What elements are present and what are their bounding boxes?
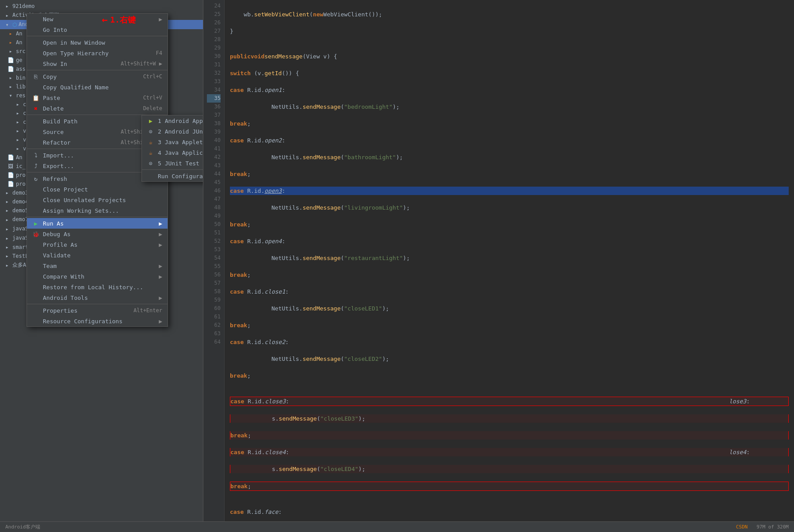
submenu-arrow: ▶ bbox=[159, 16, 162, 23]
team-icon bbox=[32, 262, 39, 269]
menu-item-delete[interactable]: ✖ Delete Delete bbox=[27, 103, 168, 114]
sidebar-item-label: demo4 bbox=[12, 199, 28, 205]
submenu-item-android-app[interactable]: ▶ 1 Android Application bbox=[142, 115, 203, 126]
menu-item-restore[interactable]: Restore from Local History... bbox=[27, 282, 168, 292]
project-icon: ▸ bbox=[4, 244, 11, 251]
menu-item-android-tools[interactable]: Android Tools ▶ bbox=[27, 292, 168, 303]
file-icon: 📄 bbox=[7, 57, 14, 64]
submenu-item-android-junit[interactable]: ⊙ 2 Android JUnit Test bbox=[142, 126, 203, 137]
folder-icon: ▸ bbox=[7, 39, 14, 46]
code-line: s.sendMessage("closeLED4"); bbox=[230, 465, 789, 473]
menu-item-label: Open in New Window bbox=[43, 39, 105, 46]
profile-icon bbox=[32, 241, 39, 248]
android-icon: ⬡ bbox=[12, 22, 17, 28]
main-container: ▸ 921demo ▸ Activity生命周期 ▾ ⬡ Android客户端 … bbox=[0, 0, 794, 521]
sidebar-item-921demo[interactable]: ▸ 921demo bbox=[0, 2, 203, 11]
submenu-arrow: ▶ bbox=[159, 295, 162, 301]
android-tools-icon bbox=[32, 294, 39, 301]
sidebar-item-label: c bbox=[23, 110, 26, 116]
menu-item-go-into[interactable]: Go Into bbox=[27, 24, 168, 35]
menu-item-team[interactable]: Team ▶ bbox=[27, 260, 168, 271]
project-icon: ▸ bbox=[4, 226, 11, 233]
menu-item-properties[interactable]: Properties Alt+Enter bbox=[27, 305, 168, 316]
submenu-arrow: ▶ bbox=[159, 273, 162, 280]
sidebar-item-label: v bbox=[23, 145, 26, 152]
go-into-icon bbox=[32, 26, 39, 33]
submenu-item-java-applet[interactable]: ☕ 3 Java Applet Alt+Shift+X, A bbox=[142, 137, 203, 147]
run-icon: ▶ bbox=[32, 220, 39, 227]
menu-item-resource-configs[interactable]: Resource Configurations ▶ bbox=[27, 316, 168, 326]
menu-item-label: Delete bbox=[43, 105, 64, 112]
code-line: break; bbox=[230, 220, 789, 229]
compare-icon bbox=[32, 273, 39, 280]
project-icon: ▸ bbox=[4, 262, 11, 269]
submenu-item-java-app[interactable]: ☕ 4 Java Application Alt+Shift+X, J bbox=[142, 147, 203, 158]
line-numbers: 24 25 26 27 28 29 30 31 32 33 34 35 36 3… bbox=[203, 0, 225, 521]
refactor-icon bbox=[32, 139, 39, 146]
code-line: public void sendMessage(View v) { bbox=[230, 52, 789, 61]
menu-item-open-new-window[interactable]: Open in New Window bbox=[27, 37, 168, 48]
menu-item-label: Close Unrelated Projects bbox=[43, 197, 126, 203]
sidebar-item-label: ass bbox=[16, 66, 26, 72]
menu-item-label: Paste bbox=[43, 95, 60, 101]
menu-item-run-as[interactable]: ▶ Run As ▶ bbox=[27, 218, 168, 229]
menu-item-copy[interactable]: ⎘ Copy Ctrl+C bbox=[27, 71, 168, 82]
menu-item-close-unrelated[interactable]: Close Unrelated Projects bbox=[27, 195, 168, 205]
menu-item-profile-as[interactable]: Profile As ▶ bbox=[27, 239, 168, 250]
sidebar-item-label: An bbox=[16, 154, 22, 161]
code-line: NetUtils.sendMessage("bedroomLight"); bbox=[230, 103, 789, 111]
properties-icon bbox=[32, 307, 39, 314]
menu-item-compare-with[interactable]: Compare With ▶ bbox=[27, 271, 168, 282]
file-icon: ▸ bbox=[14, 127, 21, 134]
project-icon: ▸ bbox=[4, 207, 11, 214]
folder-icon: ▸ bbox=[7, 48, 14, 55]
collapse-icon: ▸ bbox=[4, 12, 11, 19]
menu-item-paste[interactable]: 📋 Paste Ctrl+V bbox=[27, 92, 168, 103]
menu-item-assign-working-sets[interactable]: Assign Working Sets... bbox=[27, 205, 168, 216]
collapse-icon: ▸ bbox=[4, 3, 11, 10]
export-icon: ⤴ bbox=[32, 162, 39, 169]
code-line: case R.id.open1: bbox=[230, 86, 789, 94]
sidebar-item-label: ic_ bbox=[16, 163, 26, 169]
menu-item-validate[interactable]: Validate bbox=[27, 250, 168, 260]
submenu-item-junit[interactable]: ⊙ 5 JUnit Test Alt+Shift+X, T bbox=[142, 158, 203, 168]
java-applet-icon: ☕ bbox=[147, 138, 154, 145]
shortcut-label: F4 bbox=[156, 50, 162, 56]
code-line: case R.id.open3: bbox=[230, 187, 789, 195]
menu-item-new[interactable]: New ▶ bbox=[27, 14, 168, 24]
sidebar-item-label: v bbox=[23, 137, 26, 143]
sidebar-item-label: v bbox=[23, 128, 26, 134]
code-line: NetUtils.sendMessage("restaurantLight"); bbox=[230, 254, 789, 262]
separator bbox=[27, 304, 168, 304]
junit-android-icon: ⊙ bbox=[147, 128, 154, 135]
folder-icon: ▸ bbox=[7, 83, 14, 90]
code-line: break; bbox=[230, 271, 789, 279]
expand-icon: ▾ bbox=[4, 21, 11, 28]
file-icon: ▸ bbox=[14, 119, 21, 126]
submenu-item-run-configs[interactable]: Run Configurations... bbox=[142, 171, 203, 181]
submenu-item-label: 1 Android Application bbox=[158, 118, 203, 124]
menu-item-open-type-hierarchy[interactable]: Open Type Hierarchy F4 bbox=[27, 48, 168, 58]
hierarchy-icon bbox=[32, 50, 39, 57]
shortcut-label: Alt+Shift+W ▶ bbox=[121, 61, 162, 67]
menu-item-label: Assign Working Sets... bbox=[43, 207, 119, 214]
file-icon: 📄 bbox=[7, 154, 14, 161]
sidebar-item-label: c bbox=[23, 119, 26, 125]
resource-configs-icon bbox=[32, 318, 39, 325]
validate-icon bbox=[32, 252, 39, 259]
copy-icon: ⎘ bbox=[32, 73, 39, 80]
menu-item-label: Import... bbox=[43, 152, 74, 159]
code-line: case R.id.close2: bbox=[230, 338, 789, 346]
menu-item-label: Resource Configurations bbox=[43, 318, 122, 325]
status-bar: Android客户端 CSDN 97M of 320M bbox=[0, 521, 794, 532]
menu-item-show-in[interactable]: Show In Alt+Shift+W ▶ bbox=[27, 58, 168, 69]
menu-item-debug-as[interactable]: 🐞 Debug As ▶ bbox=[27, 229, 168, 239]
folder-icon: ▸ bbox=[7, 30, 14, 37]
code-content: wb.setWebViewClient(new WebViewClient())… bbox=[225, 0, 794, 521]
sidebar: ▸ 921demo ▸ Activity生命周期 ▾ ⬡ Android客户端 … bbox=[0, 0, 203, 521]
menu-item-close-project[interactable]: Close Project bbox=[27, 184, 168, 195]
separator bbox=[27, 217, 168, 217]
menu-item-copy-qualified[interactable]: Copy Qualified Name bbox=[27, 82, 168, 92]
annotation-label: 1.右键 bbox=[110, 15, 136, 25]
menu-item-label: Run As bbox=[43, 220, 64, 227]
